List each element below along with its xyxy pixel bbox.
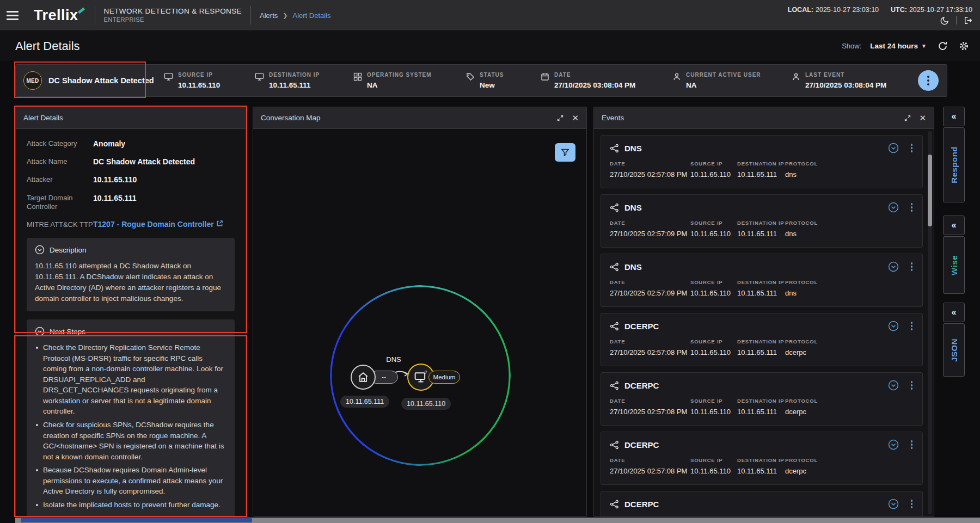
event-menu-icon[interactable]	[910, 439, 914, 450]
detail-label: MITRE ATT&CK TTP	[27, 220, 93, 230]
severity-badge: MED	[23, 71, 42, 90]
mitre-link-text: T1207 - Rogue Domain Controller	[93, 220, 214, 229]
detail-label: Attack Name	[27, 157, 93, 167]
event-col-label: DESTINATION IP	[737, 457, 785, 463]
calendar-icon	[541, 72, 549, 89]
events-scrollbar-thumb[interactable]	[928, 155, 932, 226]
description-section-header[interactable]: Description	[35, 245, 226, 255]
expand-panel-icon[interactable]	[904, 114, 911, 122]
expand-event-icon[interactable]	[888, 321, 899, 331]
event-name: DNS	[624, 144, 642, 153]
logout-icon[interactable]	[963, 16, 972, 25]
description-title: Description	[50, 246, 87, 254]
next-step-item: Isolate the implicated hosts to prevent …	[35, 500, 226, 510]
event-col-label: DATE	[610, 220, 690, 226]
event-col-label: PROTOCOL	[785, 161, 834, 167]
close-panel-icon[interactable]: ✕	[919, 114, 926, 122]
tab-respond-label: Respond	[950, 146, 959, 183]
event-date: 27/10/2025 02:57:09 PM	[610, 230, 690, 238]
event-col-label: DESTINATION IP	[737, 339, 785, 344]
event-protocol: dns	[785, 289, 834, 297]
event-col-label: SOURCE IP	[690, 339, 737, 344]
expand-event-icon[interactable]	[888, 499, 899, 509]
events-list: DNS DATE27/10/2025 02:57:08 PM SOURCE IP…	[594, 129, 934, 516]
chevron-down-icon: ▼	[921, 43, 927, 49]
event-menu-icon[interactable]	[910, 202, 914, 213]
tab-json[interactable]: JSON	[943, 323, 965, 377]
event-card[interactable]: DNS DATE27/10/2025 02:57:08 PM SOURCE IP…	[601, 135, 923, 188]
share-icon	[610, 322, 619, 331]
event-col-label: SOURCE IP	[690, 457, 737, 463]
event-date: 27/10/2025 02:57:08 PM	[610, 467, 690, 475]
event-card[interactable]: DCERPC DATE27/10/2025 02:57:08 PM SOURCE…	[601, 372, 923, 426]
json-collapse-chevron[interactable]: «	[943, 303, 965, 322]
detail-row-attack-category: Attack Category Anomaly	[27, 139, 235, 149]
event-menu-icon[interactable]	[910, 499, 914, 509]
horizontal-scrollbar-thumb[interactable]	[21, 518, 252, 522]
event-col-label: DATE	[610, 279, 690, 285]
close-panel-icon[interactable]: ✕	[572, 114, 579, 122]
event-card[interactable]: DCERPC	[601, 491, 923, 516]
event-date: 27/10/2025 02:57:09 PM	[610, 289, 690, 297]
event-destination-ip: 10.11.65.111	[737, 408, 785, 416]
next-steps-section: Next Steps Check the Directory Replicati…	[27, 319, 235, 517]
respond-collapse-chevron[interactable]: «	[943, 107, 965, 126]
event-menu-icon[interactable]	[910, 261, 914, 272]
expand-panel-icon[interactable]	[556, 114, 564, 122]
expand-event-icon[interactable]	[888, 380, 899, 391]
event-source-ip: 10.11.65.110	[690, 408, 737, 416]
tab-wise[interactable]: Wise	[943, 236, 965, 294]
time-range-dropdown[interactable]: Last 24 hours ▼	[870, 42, 927, 50]
tab-respond[interactable]: Respond	[943, 127, 965, 202]
description-text: 10.11.65.110 attempted a DC Shadow Attac…	[35, 261, 226, 304]
event-col-label: PROTOCOL	[785, 220, 834, 226]
event-col-label: PROTOCOL	[785, 339, 834, 344]
event-menu-icon[interactable]	[910, 321, 914, 331]
event-card[interactable]: DNS DATE27/10/2025 02:57:09 PM SOURCE IP…	[601, 254, 923, 307]
event-menu-icon[interactable]	[910, 143, 914, 153]
description-section: Description 10.11.65.110 attempted a DC …	[27, 238, 235, 311]
next-steps-section-header[interactable]: Next Steps	[35, 327, 226, 336]
event-col-label: DESTINATION IP	[737, 279, 785, 285]
event-date: 27/10/2025 02:57:08 PM	[610, 348, 690, 356]
svg-text:?: ?	[425, 371, 427, 375]
breadcrumb-alerts[interactable]: Alerts	[260, 11, 278, 20]
product-line1: NETWORK DETECTION & RESPONSE	[104, 7, 242, 16]
event-destination-ip: 10.11.65.111	[737, 289, 785, 297]
horizontal-scrollbar[interactable]	[15, 518, 980, 523]
event-card[interactable]: DCERPC DATE27/10/2025 02:57:08 PM SOURCE…	[601, 313, 923, 366]
event-menu-icon[interactable]	[910, 380, 914, 391]
mitre-ttp-link[interactable]: T1207 - Rogue Domain Controller	[93, 220, 223, 230]
edge-protocol-label: DNS	[377, 355, 410, 364]
expand-event-icon[interactable]	[888, 261, 899, 272]
domain-controller-node[interactable]	[351, 365, 376, 390]
event-source-ip: 10.11.65.110	[690, 348, 737, 356]
event-card[interactable]: DNS DATE27/10/2025 02:57:09 PM SOURCE IP…	[601, 194, 923, 248]
field-label: DESTINATION IP	[269, 72, 320, 78]
trellix-logo[interactable]: Trellix	[34, 7, 86, 24]
hamburger-menu-icon[interactable]	[0, 11, 25, 20]
detail-row-mitre-ttp: MITRE ATT&CK TTP T1207 - Rogue Domain Co…	[27, 220, 235, 230]
field-value: NA	[367, 81, 432, 89]
event-col-label: SOURCE IP	[690, 398, 737, 404]
map-filter-button[interactable]	[555, 143, 575, 162]
event-col-label: SOURCE IP	[690, 161, 737, 167]
event-card[interactable]: DCERPC DATE27/10/2025 02:57:08 PM SOURCE…	[601, 432, 923, 485]
event-col-label: DATE	[610, 398, 690, 404]
summary-field-current-active-user: CURRENT ACTIVE USERNA	[672, 72, 792, 89]
event-col-label: SOURCE IP	[690, 279, 737, 285]
settings-gear-icon[interactable]	[959, 41, 969, 51]
conversation-map-canvas[interactable]: DNS -- ? Medium 10.11.65.111 10.11.65.11…	[253, 129, 586, 516]
expand-event-icon[interactable]	[888, 439, 899, 450]
expand-event-icon[interactable]	[888, 143, 899, 153]
expand-event-icon[interactable]	[888, 202, 899, 213]
field-value: 27/10/2025 03:08:04 PM	[554, 81, 635, 89]
brand-text: Trellix	[34, 7, 78, 23]
alert-actions-menu-button[interactable]	[918, 70, 939, 91]
refresh-icon[interactable]	[938, 41, 948, 51]
wise-collapse-chevron[interactable]: «	[943, 216, 965, 235]
dark-mode-moon-icon[interactable]	[940, 16, 950, 25]
share-icon	[610, 500, 619, 509]
event-col-label: PROTOCOL	[785, 279, 834, 285]
field-label: SOURCE IP	[178, 72, 220, 78]
